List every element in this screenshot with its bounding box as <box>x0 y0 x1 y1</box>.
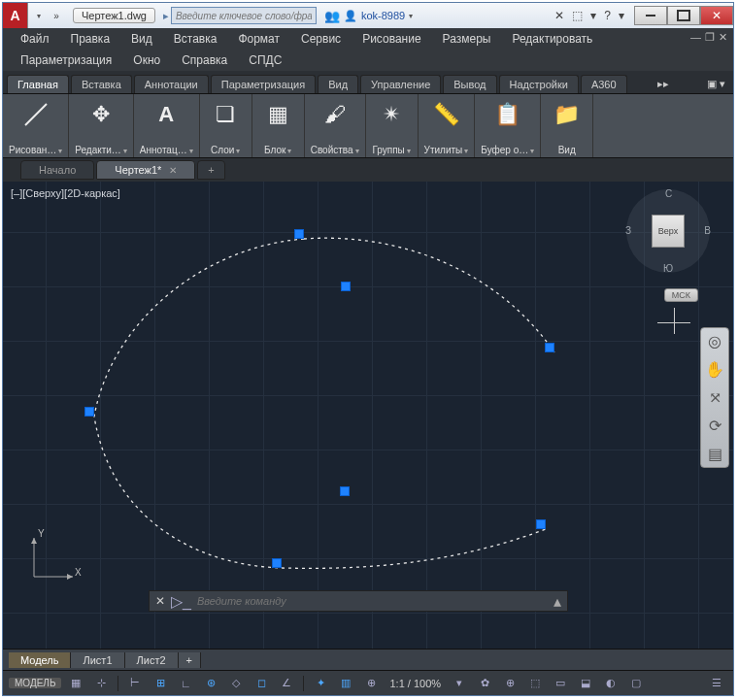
ortho-toggle[interactable]: ∟ <box>175 674 196 693</box>
search-input[interactable] <box>171 7 317 24</box>
panel-block[interactable]: ▦Блок <box>252 94 305 157</box>
spline-grip[interactable] <box>294 229 304 239</box>
layout-sheet2[interactable]: Лист2 <box>125 652 179 668</box>
panel-clipboard[interactable]: 📋Буфер о… <box>475 94 541 157</box>
panel-properties[interactable]: 🖌Свойства <box>305 94 366 157</box>
lineweight-toggle[interactable]: ✦ <box>310 674 331 693</box>
layout-sheet1[interactable]: Лист1 <box>71 652 124 668</box>
tab-overflow[interactable]: ▸▸ <box>650 75 677 93</box>
command-input[interactable] <box>197 595 548 607</box>
osnap-toggle[interactable]: ◻ <box>251 674 272 693</box>
grid-toggle[interactable]: ▦ <box>65 674 86 693</box>
drawing-area[interactable]: [–][Сверху][2D-каркас] Y X Верх С З В Ю … <box>3 182 733 649</box>
tab-annotate[interactable]: Аннотации <box>134 75 209 93</box>
menu-modify[interactable]: Редактировать <box>502 30 602 48</box>
clean-screen[interactable]: ▢ <box>625 674 647 693</box>
annotation-monitor[interactable]: ⊕ <box>499 674 520 693</box>
close-button[interactable]: ✕ <box>700 6 733 25</box>
spline-grip[interactable] <box>84 407 94 417</box>
zoom-extents-icon[interactable]: ⤧ <box>709 388 721 407</box>
menu-edit[interactable]: Правка <box>61 30 120 48</box>
viewcube[interactable]: Верх С З В Ю <box>626 189 710 273</box>
scale-dropdown[interactable]: ▾ <box>449 674 470 693</box>
app-menu-button[interactable]: A <box>3 3 28 28</box>
spline-grip[interactable] <box>272 558 282 568</box>
ucs-icon[interactable]: Y X <box>22 530 81 590</box>
orbit-icon[interactable]: ⟳ <box>709 417 721 435</box>
units-toggle[interactable]: ⬚ <box>524 674 546 693</box>
model-space-button[interactable]: МОДЕЛЬ <box>9 678 61 688</box>
menu-window[interactable]: Окно <box>123 51 170 69</box>
username-label[interactable]: kok-8989 <box>361 10 405 21</box>
mdi-restore[interactable]: ❐ <box>705 31 715 44</box>
apps-dropdown[interactable]: ▾ <box>590 9 596 22</box>
polar-toggle[interactable]: ⊛ <box>200 674 221 693</box>
qat-dropdown[interactable]: ▾ <box>32 9 46 22</box>
spline-grip[interactable] <box>340 486 350 496</box>
maximize-button[interactable] <box>667 6 700 25</box>
workspace-toggle[interactable]: ✿ <box>474 674 495 693</box>
showmotion-icon[interactable]: ▤ <box>708 445 722 463</box>
apps-icon[interactable]: ⬚ <box>572 9 583 22</box>
menu-parametric[interactable]: Параметризация <box>11 51 121 69</box>
cycling-toggle[interactable]: ⊕ <box>360 674 382 693</box>
tab-view[interactable]: Вид <box>318 75 358 93</box>
annotation-scale[interactable]: 1:1 / 100% <box>386 678 445 689</box>
spline-grip[interactable] <box>536 519 546 529</box>
layout-model[interactable]: Модель <box>9 652 71 668</box>
drawing-tab[interactable]: Чертеж1*✕ <box>96 160 195 180</box>
cmdline-menu-icon[interactable]: ▴ <box>554 592 561 611</box>
panel-view[interactable]: 📁Вид <box>541 94 593 157</box>
navigation-bar[interactable]: ◎ ✋ ⤧ ⟳ ▤ <box>700 327 729 468</box>
otrack-toggle[interactable]: ∠ <box>276 674 297 693</box>
pan-icon[interactable]: ✋ <box>705 360 724 379</box>
help-dropdown[interactable]: ▾ <box>619 9 624 22</box>
infer-toggle[interactable]: ⊢ <box>124 674 146 693</box>
menu-file[interactable]: Файл <box>11 30 59 48</box>
tab-a360[interactable]: A360 <box>581 75 627 93</box>
menu-draw[interactable]: Рисование <box>352 30 430 48</box>
layout-add-button[interactable]: + <box>179 652 201 668</box>
iso-toggle[interactable]: ◇ <box>225 674 247 693</box>
menu-dimensions[interactable]: Размеры <box>433 30 501 48</box>
selected-spline[interactable] <box>3 182 731 638</box>
help-icon[interactable]: ? <box>604 9 611 22</box>
panel-layers[interactable]: ❏Слои <box>200 94 252 157</box>
menu-spds[interactable]: СПДС <box>239 51 291 69</box>
start-tab[interactable]: Начало <box>20 160 94 180</box>
exchange-icon[interactable]: ✕ <box>554 9 564 22</box>
viewcube-face[interactable]: Верх <box>652 215 685 248</box>
tab-home[interactable]: Главная <box>7 75 69 93</box>
nav-wheel-icon[interactable]: ◎ <box>708 332 721 350</box>
qat-expand-icon[interactable]: » <box>50 9 63 22</box>
menu-view[interactable]: Вид <box>121 30 162 48</box>
tab-manage[interactable]: Управление <box>360 75 441 93</box>
dynamic-input-toggle[interactable]: ⊞ <box>150 674 171 693</box>
cmdline-close-icon[interactable]: ✕ <box>155 594 165 608</box>
new-tab-button[interactable]: + <box>197 160 224 180</box>
coordinate-system-badge[interactable]: МСК <box>664 288 698 302</box>
panel-modify[interactable]: ✥Редакти… <box>69 94 134 157</box>
spline-grip[interactable] <box>341 282 351 291</box>
panel-annotate[interactable]: AАннотац… <box>134 94 200 157</box>
signin-icon[interactable]: 👥 <box>324 9 340 23</box>
spline-grip[interactable] <box>545 343 554 352</box>
panel-groups[interactable]: ✴Группы <box>366 94 419 157</box>
hardware-accel[interactable]: ⬓ <box>575 674 596 693</box>
mdi-close[interactable]: ✕ <box>719 31 727 44</box>
tab-insert[interactable]: Вставка <box>71 75 132 93</box>
close-tab-icon[interactable]: ✕ <box>169 165 177 176</box>
minimize-button[interactable] <box>634 6 667 25</box>
command-line[interactable]: ✕ ▷_ ▴ <box>149 590 568 612</box>
panel-draw[interactable]: Рисован… <box>3 94 69 157</box>
isolate-toggle[interactable]: ◐ <box>600 674 621 693</box>
customize-button[interactable]: ☰ <box>706 674 727 693</box>
user-dropdown[interactable]: ▾ <box>409 12 413 20</box>
mdi-minimize[interactable]: — <box>690 31 701 44</box>
ribbon-collapse[interactable]: ▣ ▾ <box>699 75 733 93</box>
tab-output[interactable]: Вывод <box>443 75 496 93</box>
menu-service[interactable]: Сервис <box>291 30 351 48</box>
menu-help[interactable]: Справка <box>172 51 237 69</box>
menu-insert[interactable]: Вставка <box>164 30 227 48</box>
tab-addins[interactable]: Надстройки <box>499 75 579 93</box>
